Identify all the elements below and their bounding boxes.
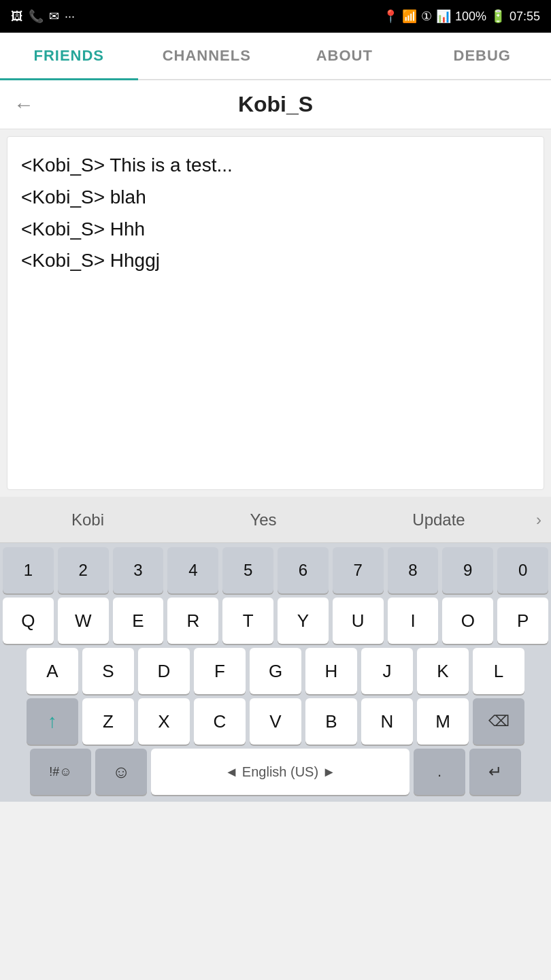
asdf-row: A S D F G H J K L (3, 648, 548, 694)
key-x[interactable]: X (138, 698, 190, 745)
key-2[interactable]: 2 (58, 547, 109, 593)
number-row: 1 2 3 4 5 6 7 8 9 0 (3, 547, 548, 593)
status-bar-left: 🖼 📞 ✉ ··· (11, 9, 75, 24)
key-j[interactable]: J (361, 648, 413, 694)
status-bar: 🖼 📞 ✉ ··· 📍 📶 ① 📊 100% 🔋 07:55 (0, 0, 551, 33)
gmail-icon: ✉ (49, 9, 59, 24)
sim-icon: ① (421, 9, 432, 24)
chat-area[interactable]: <Kobi_S> This is a test... <Kobi_S> blah… (7, 136, 544, 490)
period-key[interactable]: . (414, 749, 465, 795)
key-f[interactable]: F (194, 648, 246, 694)
emoji-key[interactable]: ☺ (95, 749, 147, 795)
key-1[interactable]: 1 (3, 547, 54, 593)
key-9[interactable]: 9 (442, 547, 493, 593)
suggestion-update[interactable]: Update (351, 504, 527, 536)
key-s[interactable]: S (82, 648, 134, 694)
key-0[interactable]: 0 (497, 547, 548, 593)
time: 07:55 (510, 10, 540, 24)
suggestion-yes[interactable]: Yes (176, 504, 351, 536)
key-e[interactable]: E (113, 598, 164, 644)
message-4: <Kobi_S> Hhggj (21, 246, 530, 276)
key-y[interactable]: Y (278, 598, 329, 644)
keyboard: 1 2 3 4 5 6 7 8 9 0 Q W E R T Y U I O P … (0, 543, 551, 802)
chat-title: Kobi_S (45, 92, 506, 117)
tab-friends[interactable]: FRIENDS (0, 33, 138, 79)
key-6[interactable]: 6 (278, 547, 329, 593)
chat-header: ← Kobi_S (0, 80, 551, 129)
message-1: <Kobi_S> This is a test... (21, 150, 530, 181)
key-3[interactable]: 3 (113, 547, 164, 593)
key-7[interactable]: 7 (333, 547, 384, 593)
key-8[interactable]: 8 (388, 547, 439, 593)
key-h[interactable]: H (305, 648, 357, 694)
tab-channels[interactable]: CHANNELS (138, 33, 276, 79)
more-icon: ··· (65, 10, 75, 24)
key-i[interactable]: I (388, 598, 439, 644)
gallery-icon: 🖼 (11, 10, 23, 24)
battery-percent: 100% (455, 10, 486, 24)
status-bar-right: 📍 📶 ① 📊 100% 🔋 07:55 (383, 9, 540, 24)
location-icon: 📍 (383, 9, 398, 24)
wifi-icon: 📶 (402, 9, 417, 24)
tab-debug[interactable]: DEBUG (414, 33, 552, 79)
backspace-key[interactable]: ⌫ (473, 698, 524, 745)
suggestions-bar: Kobi Yes Update › (0, 497, 551, 543)
message-3: <Kobi_S> Hhh (21, 214, 530, 245)
key-z[interactable]: Z (82, 698, 134, 745)
battery-icon: 🔋 (490, 9, 505, 24)
qwerty-row: Q W E R T Y U I O P (3, 598, 548, 644)
key-w[interactable]: W (58, 598, 109, 644)
message-2: <Kobi_S> blah (21, 182, 530, 213)
key-n[interactable]: N (361, 698, 413, 745)
key-p[interactable]: P (497, 598, 548, 644)
tab-bar: FRIENDS CHANNELS ABOUT DEBUG (0, 33, 551, 80)
space-key[interactable]: ◄ English (US) ► (151, 749, 410, 795)
bottom-row: !#☺ ☺ ◄ English (US) ► . ↵ (3, 749, 548, 795)
key-u[interactable]: U (333, 598, 384, 644)
key-b[interactable]: B (305, 698, 357, 745)
key-4[interactable]: 4 (167, 547, 218, 593)
shift-key[interactable]: ↑ (27, 698, 78, 745)
key-t[interactable]: T (222, 598, 273, 644)
key-l[interactable]: L (473, 648, 524, 694)
signal-icon: 📊 (436, 9, 451, 24)
key-g[interactable]: G (250, 648, 301, 694)
key-m[interactable]: M (417, 698, 469, 745)
key-k[interactable]: K (417, 648, 469, 694)
enter-key[interactable]: ↵ (469, 749, 521, 795)
back-button[interactable]: ← (14, 93, 34, 116)
suggestion-kobi[interactable]: Kobi (0, 504, 176, 536)
key-a[interactable]: A (27, 648, 78, 694)
key-v[interactable]: V (250, 698, 301, 745)
key-o[interactable]: O (442, 598, 493, 644)
symbols-key[interactable]: !#☺ (30, 749, 91, 795)
tab-about[interactable]: ABOUT (276, 33, 414, 79)
suggestion-arrow[interactable]: › (527, 510, 551, 529)
whatsapp-icon: 📞 (29, 9, 44, 24)
key-r[interactable]: R (167, 598, 218, 644)
key-c[interactable]: C (194, 698, 246, 745)
key-5[interactable]: 5 (222, 547, 273, 593)
zxcv-row: ↑ Z X C V B N M ⌫ (3, 698, 548, 745)
key-q[interactable]: Q (3, 598, 54, 644)
key-d[interactable]: D (138, 648, 190, 694)
